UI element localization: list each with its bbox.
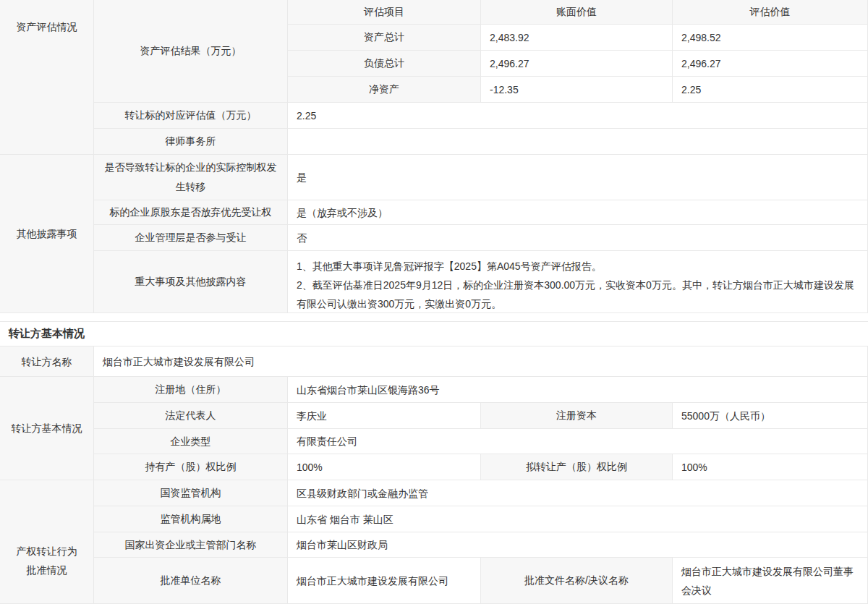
agency-region-row: 监管机构属地 山东省 烟台市 莱山区: [94, 506, 868, 532]
eval-row-book: -12.35: [481, 77, 673, 103]
eval-header-item: 评估项目: [288, 0, 481, 25]
major-matters-item: 2、截至评估基准日2025年9月12日，标的企业注册资本300.00万元，实收资…: [297, 276, 859, 313]
approval-group-label: 产权转让行为批准情况: [0, 480, 94, 604]
major-matters-value: 1、其他重大事项详见鲁冠评报字【2025】第A045号资产评估报告。 2、截至评…: [288, 251, 868, 313]
approval-unit-label: 批准单位名称: [94, 558, 288, 604]
agency-region-label: 监管机构属地: [94, 506, 288, 532]
eval-row-eval: 2,496.27: [673, 51, 868, 77]
approval-group: 产权转让行为批准情况 国资监管机构 区县级财政部门或金融办监管 监管机构属地 山…: [0, 480, 868, 604]
eval-row-eval: 2.25: [673, 77, 868, 103]
eval-table: 评估项目 账面价值 评估价值 资产总计 2,483.92 2,498.52 负债…: [288, 0, 868, 103]
eval-header-eval: 评估价值: [673, 0, 868, 25]
other-disclosure-group: 其他披露事项 是否导致转让标的企业的实际控制权发生转移 是 标的企业原股东是否放…: [0, 155, 868, 313]
holding-ratio-value: 100%: [288, 454, 481, 480]
section-gap: [0, 313, 868, 321]
control-transfer-label: 是否导致转让标的企业的实际控制权发生转移: [94, 155, 288, 200]
eval-row-book: 2,483.92: [481, 25, 673, 51]
asset-assessment-group-label: 资产评估情况: [0, 0, 94, 155]
approval-document-value: 烟台市正大城市建设发展有限公司董事会决议: [673, 558, 868, 604]
major-matters-label: 重大事项及其他披露内容: [94, 251, 288, 313]
approval-unit-value: 烟台市正大城市建设发展有限公司: [288, 558, 481, 604]
law-firm-row: 律师事务所: [94, 129, 868, 155]
law-firm-label: 律师事务所: [94, 129, 288, 155]
management-row: 企业管理层是否参与受让 否: [94, 225, 868, 251]
law-firm-value: [288, 129, 868, 155]
registered-address-label: 注册地（住所）: [94, 377, 288, 403]
target-eval-row: 转让标的对应评估值（万元） 2.25: [94, 103, 868, 129]
state-funded-enterprise-label: 国家出资企业或主管部门名称: [94, 532, 288, 558]
property-transfer-disclosure-page: 资产评估情况 资产评估结果（万元） 评估项目 账面价值 评估价值 资产总计 2,…: [0, 0, 868, 604]
management-label: 企业管理层是否参与受让: [94, 225, 288, 251]
waiver-label: 标的企业原股东是否放弃优先受让权: [94, 200, 288, 225]
eval-row-eval: 2,498.52: [673, 25, 868, 51]
transferor-name-value: 烟台市正大城市建设发展有限公司: [94, 346, 868, 377]
transferor-basic-group: 转让方基本情况 注册地（住所） 山东省烟台市莱山区银海路36号 法定代表人 李庆…: [0, 377, 868, 480]
transfer-ratio-value: 100%: [673, 454, 868, 480]
state-funded-enterprise-row: 国家出资企业或主管部门名称 烟台市莱山区财政局: [94, 532, 868, 558]
waiver-row: 标的企业原股东是否放弃优先受让权 是（放弃或不涉及）: [94, 200, 868, 225]
eval-table-row: 资产总计 2,483.92 2,498.52: [288, 25, 868, 51]
approval-group-label-text: 产权转让行为批准情况: [14, 542, 80, 579]
legal-representative-label: 法定代表人: [94, 403, 288, 429]
eval-row-item: 负债总计: [288, 51, 481, 77]
control-transfer-value: 是: [288, 155, 868, 200]
transferor-section-header: 转让方基本情况: [0, 321, 868, 346]
asset-assessment-group: 资产评估情况 资产评估结果（万元） 评估项目 账面价值 评估价值 资产总计 2,…: [0, 0, 868, 155]
transferor-name-label: 转让方名称: [0, 346, 94, 377]
supervision-agency-value: 区县级财政部门或金融办监管: [288, 480, 868, 506]
registered-capital-value: 55000万（人民币）: [673, 403, 868, 429]
control-transfer-row: 是否导致转让标的企业的实际控制权发生转移 是: [94, 155, 868, 200]
waiver-value: 是（放弃或不涉及）: [288, 200, 868, 225]
eval-table-row: 净资产 -12.35 2.25: [288, 77, 868, 103]
registered-capital-label: 注册资本: [481, 403, 673, 429]
transferor-name-row: 转让方名称 烟台市正大城市建设发展有限公司: [0, 346, 868, 377]
management-value: 否: [288, 225, 868, 251]
eval-row-item: 资产总计: [288, 25, 481, 51]
target-eval-label: 转让标的对应评估值（万元）: [94, 103, 288, 129]
major-matters-row: 重大事项及其他披露内容 1、其他重大事项详见鲁冠评报字【2025】第A045号资…: [94, 251, 868, 313]
eval-header-book: 账面价值: [481, 0, 673, 25]
assessment-result-row: 资产评估结果（万元） 评估项目 账面价值 评估价值 资产总计 2,483.92 …: [94, 0, 868, 103]
eval-row-book: 2,496.27: [481, 51, 673, 77]
legal-representative-row: 法定代表人 李庆业 注册资本 55000万（人民币）: [94, 403, 868, 429]
assessment-result-label: 资产评估结果（万元）: [94, 0, 288, 103]
holding-ratio-label: 持有产（股）权比例: [94, 454, 288, 480]
legal-representative-value: 李庆业: [288, 403, 481, 429]
transfer-ratio-label: 拟转让产（股）权比例: [481, 454, 673, 480]
eval-table-row: 负债总计 2,496.27 2,496.27: [288, 51, 868, 77]
target-eval-value: 2.25: [288, 103, 868, 129]
state-funded-enterprise-value: 烟台市莱山区财政局: [288, 532, 868, 558]
enterprise-type-label: 企业类型: [94, 429, 288, 454]
transferor-basic-group-label: 转让方基本情况: [0, 377, 94, 480]
eval-table-header-row: 评估项目 账面价值 评估价值: [288, 0, 868, 25]
supervision-agency-row: 国资监管机构 区县级财政部门或金融办监管: [94, 480, 868, 506]
holding-ratio-row: 持有产（股）权比例 100% 拟转让产（股）权比例 100%: [94, 454, 868, 480]
registered-address-value: 山东省烟台市莱山区银海路36号: [288, 377, 868, 403]
enterprise-type-row: 企业类型 有限责任公司: [94, 429, 868, 454]
supervision-agency-label: 国资监管机构: [94, 480, 288, 506]
approval-document-label: 批准文件名称/决议名称: [481, 558, 673, 604]
approval-unit-row: 批准单位名称 烟台市正大城市建设发展有限公司 批准文件名称/决议名称 烟台市正大…: [94, 558, 868, 604]
agency-region-value: 山东省 烟台市 莱山区: [288, 506, 868, 532]
registered-address-row: 注册地（住所） 山东省烟台市莱山区银海路36号: [94, 377, 868, 403]
other-disclosure-group-label: 其他披露事项: [0, 155, 94, 313]
enterprise-type-value: 有限责任公司: [288, 429, 868, 454]
major-matters-item: 1、其他重大事项详见鲁冠评报字【2025】第A045号资产评估报告。: [297, 257, 859, 276]
eval-row-item: 净资产: [288, 77, 481, 103]
